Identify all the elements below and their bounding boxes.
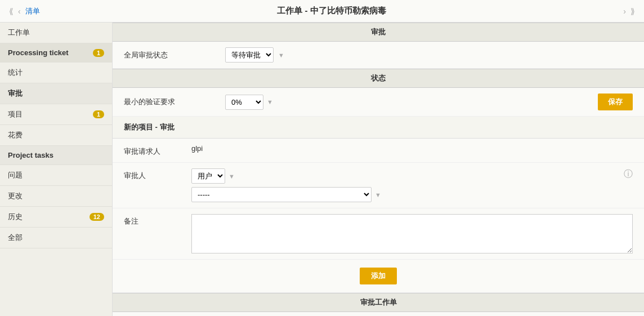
approver-select[interactable]: ----- Admin glpi — [191, 187, 372, 202]
sidebar-item-expense-label: 花费 — [8, 130, 23, 140]
approver-select-row: ----- Admin glpi ▼ — [191, 187, 618, 202]
info-icon[interactable]: ⓘ — [624, 168, 633, 180]
list-link[interactable]: 清单 — [25, 6, 40, 16]
sidebar-item-problems-label: 问题 — [8, 170, 23, 180]
sidebar-item-stats[interactable]: 统计 — [0, 63, 112, 83]
top-nav: ⟪ ‹ 清单 工作单 - 中了比特币勒索病毒 › ⟫ — [0, 0, 644, 23]
sidebar-item-stats-label: 统计 — [8, 68, 23, 78]
validation-control-area: 0% 25% 50% 75% 100% ▼ — [225, 95, 273, 110]
comments-label: 备注 — [124, 214, 191, 226]
global-status-select[interactable]: 等待审批 已批准 已拒绝 — [225, 47, 274, 63]
approver-type-select[interactable]: 用户 组 — [191, 168, 225, 184]
new-item-section: 新的项目 - 审批 — [113, 117, 644, 139]
approver-type-row: 用户 组 ▼ — [191, 168, 618, 184]
processing-ticket-badge: 1 — [93, 49, 104, 57]
sidebar-item-processing-ticket[interactable]: Processing ticket 1 — [0, 43, 112, 63]
sidebar-item-approval[interactable]: 审批 — [0, 83, 112, 104]
approval-section-header: 审批 — [113, 23, 644, 42]
new-item-title: 新的项目 - 审批 — [124, 123, 175, 131]
approval-section-label: 审批 — [371, 28, 386, 36]
global-status-control: 等待审批 已批准 已拒绝 ▼ — [225, 47, 633, 63]
approval-requestor-value: glpi — [191, 144, 633, 153]
chevron-down-icon-4: ▼ — [375, 192, 381, 198]
add-row: 添加 — [113, 260, 644, 293]
approval-requestor-row: 审批请求人 glpi — [113, 139, 644, 163]
nav-first-prev[interactable]: ⟪ — [9, 7, 14, 16]
min-validation-label: 最小的验证要求 — [124, 97, 225, 107]
min-validation-select[interactable]: 0% 25% 50% 75% 100% — [225, 95, 263, 110]
sidebar-item-history-label: 历史 — [8, 212, 23, 222]
approver-label: 审批人 — [124, 168, 191, 181]
sidebar-item-problems[interactable]: 问题 — [0, 165, 112, 186]
approval-workorder-header: 审批工作单 — [113, 293, 644, 312]
project-badge: 1 — [93, 110, 104, 118]
approval-requestor-text: glpi — [191, 144, 633, 153]
nav-next[interactable]: › — [623, 7, 626, 16]
add-button[interactable]: 添加 — [360, 268, 397, 284]
sidebar-item-project-tasks[interactable]: Project tasks — [0, 146, 112, 165]
approval-requestor-label: 审批请求人 — [124, 144, 191, 157]
save-button[interactable]: 保存 — [598, 94, 633, 110]
sidebar-item-project-tasks-label: Project tasks — [8, 151, 53, 159]
global-status-label: 全局审批状态 — [124, 50, 225, 60]
approver-control: 用户 组 ▼ ----- Admin glpi ▼ — [191, 168, 618, 202]
sidebar-item-expense[interactable]: 花费 — [0, 125, 112, 146]
comments-control — [191, 214, 633, 253]
status-section-header: 状态 — [113, 69, 644, 88]
main-content: 审批 全局审批状态 等待审批 已批准 已拒绝 ▼ 状态 最小的验证要求 0% — [113, 23, 644, 316]
approver-row: 审批人 用户 组 ▼ ----- Admin glpi ▼ — [113, 163, 644, 208]
nav-last-next[interactable]: ⟫ — [630, 7, 635, 16]
sidebar-item-changes-label: 更改 — [8, 191, 23, 201]
comments-row: 备注 — [113, 208, 644, 260]
nav-prev[interactable]: ‹ — [18, 7, 21, 16]
comments-textarea[interactable] — [191, 214, 633, 253]
nav-right: › ⟫ — [623, 7, 635, 16]
validation-row: 最小的验证要求 0% 25% 50% 75% 100% ▼ 保存 — [113, 88, 644, 117]
chevron-down-icon: ▼ — [278, 52, 284, 59]
global-status-row: 全局审批状态 等待审批 已批准 已拒绝 ▼ — [113, 42, 644, 69]
page-title: 工作单 - 中了比特币勒索病毒 — [277, 6, 386, 16]
chevron-down-icon-3: ▼ — [229, 173, 235, 180]
sidebar-item-all[interactable]: 全部 — [0, 228, 112, 248]
sidebar-item-workorder-label: 工作单 — [8, 28, 30, 38]
send-approval-row: 发送审批的请求 — [113, 312, 644, 316]
sidebar-item-project[interactable]: 项目 1 — [0, 104, 112, 125]
nav-left: ⟪ ‹ 清单 — [9, 6, 40, 16]
approval-workorder-label: 审批工作单 — [360, 298, 397, 306]
history-badge: 12 — [90, 213, 104, 221]
sidebar: 工作单 Processing ticket 1 统计 审批 项目 1 花费 Pr… — [0, 23, 113, 316]
sidebar-item-workorder[interactable]: 工作单 — [0, 23, 112, 43]
sidebar-item-project-label: 项目 — [8, 109, 23, 119]
sidebar-item-changes[interactable]: 更改 — [0, 186, 112, 207]
sidebar-item-history[interactable]: 历史 12 — [0, 207, 112, 228]
layout: 工作单 Processing ticket 1 统计 审批 项目 1 花费 Pr… — [0, 23, 644, 316]
chevron-down-icon-2: ▼ — [267, 99, 273, 105]
status-section-label: 状态 — [371, 74, 386, 82]
sidebar-item-approval-label: 审批 — [8, 88, 23, 99]
sidebar-item-processing-ticket-label: Processing ticket — [8, 48, 69, 57]
sidebar-item-all-label: 全部 — [8, 233, 23, 243]
